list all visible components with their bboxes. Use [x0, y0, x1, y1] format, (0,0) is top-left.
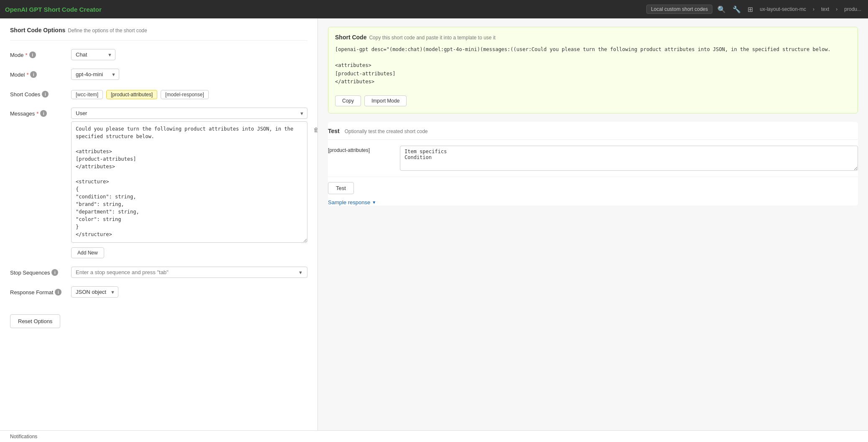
top-bar: OpenAI GPT Short Code Creator Local cust… [0, 0, 868, 18]
short-code-header: Short Code Copy this short code and past… [335, 34, 851, 41]
test-button[interactable]: Test [328, 182, 354, 194]
messages-required-star: * [36, 110, 38, 117]
short-codes-tags: [wcc-item] [product-attributes] [model-r… [71, 88, 307, 99]
test-input-row: [product-attributes] Item specifics Cond… [328, 140, 858, 177]
mode-select[interactable]: Chat Completion Edit [71, 49, 115, 60]
mode-control: Chat Completion Edit ▼ [71, 49, 307, 60]
response-format-select-wrapper: JSON object Text None ▼ [71, 286, 118, 298]
tag-wcc-item[interactable]: [wcc-item] [71, 90, 103, 99]
search-icon[interactable]: 🔍 [716, 4, 727, 15]
breadcrumb-2[interactable]: text [819, 6, 831, 12]
breadcrumb-3[interactable]: produ... [842, 6, 863, 12]
delete-message-button[interactable]: 🗑 [312, 125, 318, 135]
stop-sequences-row: Stop Sequences i ▼ [10, 267, 307, 278]
message-textarea-wrapper: Could you please turn the following prod… [71, 121, 307, 244]
main-layout: Short Code Options Define the options of… [0, 18, 868, 442]
messages-label: Messages * i [10, 108, 64, 117]
test-field-input[interactable]: Item specifics Condition [400, 146, 858, 171]
model-required-star: * [26, 72, 28, 78]
test-subtitle: Optionally test the created short code [345, 128, 428, 134]
mode-info-icon[interactable]: i [29, 51, 36, 58]
stop-sequences-wrapper: ▼ [71, 267, 307, 278]
model-select-wrapper: gpt-4o-mini gpt-4o gpt-4 gpt-3.5-turbo ▼ [71, 69, 119, 80]
panel-subtitle: Define the options of the short code [68, 28, 147, 33]
message-textarea[interactable]: Could you please turn the following prod… [71, 121, 307, 243]
chevron-down-icon: ▼ [372, 200, 376, 205]
short-code-subtitle: Copy this short code and paste it into a… [369, 35, 495, 41]
response-format-control: JSON object Text None ▼ [71, 286, 307, 298]
breadcrumb-separator: › [811, 6, 816, 12]
left-panel: Short Code Options Define the options of… [0, 18, 318, 442]
notifications-label: Notifications [10, 434, 37, 439]
required-star: * [26, 52, 28, 58]
model-info-icon[interactable]: i [30, 71, 37, 78]
short-code-section: Short Code Copy this short code and past… [328, 27, 858, 113]
stop-sequences-input[interactable] [76, 269, 298, 275]
short-code-textarea[interactable]: [openai-gpt desc="(mode:chat)(model:gpt-… [335, 46, 851, 87]
test-title: Test [328, 128, 340, 134]
response-format-label: Response Format i [10, 286, 64, 296]
tag-product-attributes[interactable]: [product-attributes] [106, 90, 157, 99]
stop-sequences-control: ▼ [71, 267, 307, 278]
panel-header: Short Code Options Define the options of… [10, 27, 307, 41]
mode-row: Mode * i Chat Completion Edit ▼ [10, 49, 307, 60]
model-row: Model * i gpt-4o-mini gpt-4o gpt-4 gpt-3… [10, 69, 307, 80]
short-codes-label: Short Codes i [10, 88, 64, 98]
breadcrumb-separator-2: › [834, 6, 839, 12]
wrench-icon[interactable]: 🔧 [731, 4, 743, 15]
top-bar-right: Local custom short codes 🔍 🔧 ⊞ ux-layout… [646, 4, 863, 15]
stop-sequences-arrow: ▼ [298, 270, 303, 275]
message-select-container: User System Assistant ▼ [71, 108, 307, 119]
test-section: Test Optionally test the created short c… [328, 122, 858, 206]
stop-sequences-label: Stop Sequences i [10, 267, 64, 276]
short-codes-row: Short Codes i [wcc-item] [product-attrib… [10, 88, 307, 99]
notifications-bar: Notifications [0, 430, 868, 442]
messages-row: Messages * i User System Assistant ▼ Cou… [10, 108, 307, 258]
app-title: OpenAI GPT Short Code Creator [5, 6, 102, 13]
response-format-row: Response Format i JSON object Text None … [10, 286, 307, 298]
mode-select-wrapper: Chat Completion Edit ▼ [71, 49, 115, 60]
local-codes-badge[interactable]: Local custom short codes [646, 5, 712, 14]
test-field-label: [product-attributes] [328, 146, 395, 171]
response-format-select[interactable]: JSON object Text None [71, 286, 118, 298]
model-select[interactable]: gpt-4o-mini gpt-4o gpt-4 gpt-3.5-turbo [71, 69, 119, 80]
messages-info-icon[interactable]: i [40, 110, 47, 117]
model-label: Model * i [10, 69, 64, 78]
breadcrumb-1[interactable]: ux-layout-section-mc [758, 6, 808, 12]
reset-options-button[interactable]: Reset Options [10, 314, 60, 328]
panel-title: Short Code Options [10, 27, 65, 33]
message-role-select[interactable]: User System Assistant [71, 108, 307, 119]
copy-button[interactable]: Copy [335, 95, 361, 106]
add-new-message-button[interactable]: Add New [71, 247, 104, 258]
short-codes-control: [wcc-item] [product-attributes] [model-r… [71, 88, 307, 99]
test-header: Test Optionally test the created short c… [328, 122, 858, 140]
short-codes-info-icon[interactable]: i [42, 91, 49, 98]
short-code-title: Short Code [335, 34, 366, 41]
right-panel: Short Code Copy this short code and past… [318, 18, 868, 442]
sample-response-label: Sample response [328, 199, 370, 206]
short-code-actions: Copy Import Mode [335, 95, 851, 106]
import-mode-button[interactable]: Import Mode [364, 95, 407, 106]
tag-model-response[interactable]: [model-response] [161, 90, 209, 99]
sample-response-link[interactable]: Sample response ▼ [328, 199, 376, 206]
grid-icon[interactable]: ⊞ [746, 4, 755, 15]
stop-sequences-info-icon[interactable]: i [51, 269, 58, 276]
mode-label: Mode * i [10, 49, 64, 58]
messages-container: User System Assistant ▼ Could you please… [71, 108, 307, 258]
response-format-info-icon[interactable]: i [55, 289, 61, 296]
model-control: gpt-4o-mini gpt-4o gpt-4 gpt-3.5-turbo ▼ [71, 69, 307, 80]
